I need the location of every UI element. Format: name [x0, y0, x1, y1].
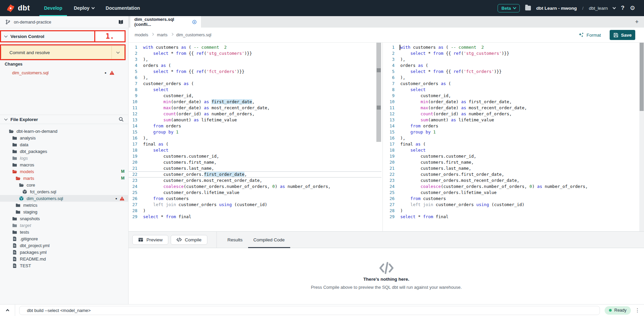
- code-line[interactable]: 15 group by 1: [384, 129, 639, 135]
- tree-item-tests[interactable]: tests: [0, 229, 129, 235]
- tree-item-snapshots[interactable]: snapshots: [0, 215, 129, 222]
- code-line[interactable]: 8 select: [129, 87, 381, 93]
- expand-console-button[interactable]: [0, 309, 15, 312]
- code-line[interactable]: 22 customer_orders.first_order_date,: [129, 171, 381, 177]
- tab-compiled-code[interactable]: Compiled Code: [248, 231, 290, 248]
- code-pane-left[interactable]: 1with customers as ( -- comment 22 selec…: [129, 43, 381, 231]
- code-line[interactable]: 12 count(order_id) as number_of_orders,: [129, 111, 381, 117]
- code-line[interactable]: 7customer_orders as (: [129, 81, 381, 87]
- code-line[interactable]: 14 from orders: [384, 123, 639, 129]
- breadcrumb-models[interactable]: models: [135, 33, 148, 37]
- code-line[interactable]: 27 left join customer_orders using (cust…: [384, 202, 639, 208]
- project-name[interactable]: dbt_learn: [589, 6, 608, 11]
- editor-tab-dim-customers[interactable]: dim_customers.sql (confli...: [130, 16, 201, 28]
- tree-item-marts[interactable]: martsM: [0, 175, 129, 182]
- version-control-header[interactable]: Version Control: [0, 30, 126, 42]
- tree-item-metrics[interactable]: metrics: [0, 202, 129, 208]
- book-icon[interactable]: [118, 19, 124, 25]
- code-line[interactable]: 3),: [384, 56, 639, 63]
- code-line[interactable]: 5 select * from {{ ref('fct_orders')}}: [129, 69, 381, 75]
- tree-item-analysis[interactable]: analysis: [0, 134, 129, 141]
- right-pane-scrollbar[interactable]: [639, 43, 644, 231]
- code-line[interactable]: 17final as (: [384, 141, 639, 147]
- code-line[interactable]: 1with customers as ( -- comment 2: [129, 44, 381, 50]
- code-line[interactable]: 29select * from final: [384, 214, 639, 220]
- code-line[interactable]: 6),: [129, 75, 381, 81]
- tree-item-logs[interactable]: logs: [0, 155, 129, 161]
- tree-item-macros[interactable]: macros: [0, 161, 129, 168]
- preview-button[interactable]: Preview: [132, 235, 168, 245]
- code-line[interactable]: 19 customers.customer_id,: [384, 153, 639, 159]
- code-line[interactable]: 29select * from final: [129, 214, 381, 220]
- code-line[interactable]: 16),: [384, 135, 639, 141]
- code-line[interactable]: 6),: [384, 75, 639, 81]
- code-line[interactable]: 25 customer_orders.lifetime_value: [384, 190, 639, 196]
- beta-dropdown[interactable]: Beta: [498, 4, 520, 12]
- changed-file-row[interactable]: dim_customers.sql•: [0, 69, 129, 77]
- code-line[interactable]: 2 select * from {{ ref('stg_customers')}…: [384, 50, 639, 56]
- code-line[interactable]: 11 max(order_date) as most_recent_order_…: [384, 105, 639, 111]
- tree-item-models[interactable]: modelsM: [0, 168, 129, 175]
- code-line[interactable]: 17final as (: [129, 141, 381, 147]
- code-line[interactable]: 7customer_orders as (: [384, 81, 639, 87]
- code-line[interactable]: 24 coalesce(customer_orders.number_of_or…: [384, 184, 639, 190]
- code-line[interactable]: 10 min(order_date) as first_order_date,: [129, 99, 381, 105]
- code-line[interactable]: 18 select: [384, 147, 639, 153]
- tree-item-packages-yml[interactable]: packages.yml: [0, 249, 129, 255]
- help-icon[interactable]: ?: [621, 5, 624, 11]
- chevron-down-icon[interactable]: [613, 6, 616, 9]
- code-line[interactable]: 3),: [129, 56, 381, 63]
- code-line[interactable]: 18 select: [129, 147, 381, 153]
- breadcrumb-file[interactable]: dim_customers.sql: [176, 33, 211, 37]
- breadcrumb-marts[interactable]: marts: [157, 33, 167, 37]
- code-line[interactable]: 21 customers.last_name,: [129, 165, 381, 171]
- code-line[interactable]: 8 select: [384, 87, 639, 93]
- file-explorer-header[interactable]: File Explorer: [0, 115, 129, 124]
- code-line[interactable]: 5 select * from {{ ref('fct_orders')}}: [384, 69, 639, 75]
- code-line[interactable]: 26 from customers: [129, 196, 381, 202]
- code-line[interactable]: 4orders as (: [384, 63, 639, 69]
- code-line[interactable]: 11 max(order_date) as most_recent_order_…: [129, 105, 381, 111]
- tree-item-dbt-learn-on-demand[interactable]: dbt-learn-on-demand: [0, 128, 129, 134]
- code-line[interactable]: 28): [384, 208, 639, 214]
- commit-dropdown-toggle[interactable]: [111, 46, 124, 59]
- command-input[interactable]: dbt build --select <model_name>: [19, 306, 600, 315]
- code-line[interactable]: 12 count(order_id) as number_of_orders,: [384, 111, 639, 117]
- nav-tab-deploy[interactable]: Deploy: [69, 0, 99, 16]
- code-line[interactable]: 10 min(order_date) as first_order_date,: [384, 99, 639, 105]
- gear-icon[interactable]: ⚙: [630, 5, 635, 11]
- kebab-menu-icon[interactable]: ⋮: [635, 309, 640, 312]
- nav-tab-documentation[interactable]: Documentation: [101, 0, 145, 16]
- code-line[interactable]: 21 customers.last_name,: [384, 165, 639, 171]
- tree-item-target[interactable]: target: [0, 222, 129, 229]
- save-button[interactable]: Save: [610, 30, 635, 40]
- code-pane-right[interactable]: 1with customers as ( -- comment 22 selec…: [384, 43, 639, 231]
- code-line[interactable]: 20 customers.first_name,: [129, 159, 381, 165]
- code-line[interactable]: 20 customers.first_name,: [384, 159, 639, 165]
- tree-item-data[interactable]: data: [0, 141, 129, 148]
- code-line[interactable]: 25 customer_orders.lifetime_value: [129, 190, 381, 196]
- tree-item-dbt-project-yml[interactable]: dbt_project.yml: [0, 242, 129, 249]
- tree-item-core[interactable]: core: [0, 182, 129, 188]
- tree-item-readme-md[interactable]: README.md: [0, 255, 129, 262]
- code-line[interactable]: 23 customer_orders.most_recent_order_dat…: [129, 177, 381, 184]
- code-line[interactable]: 24 coalesce(customer_orders.number_of_or…: [129, 184, 381, 190]
- code-line[interactable]: 4orders as (: [129, 63, 381, 69]
- tree-item-dbt-packages[interactable]: dbt_packages: [0, 148, 129, 155]
- code-line[interactable]: 2 select * from {{ ref('stg_customers')}…: [129, 50, 381, 56]
- tab-results[interactable]: Results: [222, 231, 248, 248]
- code-line[interactable]: 19 customers.customer_id,: [129, 153, 381, 159]
- code-line[interactable]: 16),: [129, 135, 381, 141]
- tree-item-staging[interactable]: staging: [0, 208, 129, 215]
- left-pane-scrollbar[interactable]: [376, 43, 381, 142]
- code-line[interactable]: 22 customer_orders.first_order_date,: [384, 171, 639, 177]
- code-line[interactable]: 9 customer_id,: [384, 93, 639, 99]
- tree-item-fct-orders-sql[interactable]: fct_orders.sql: [0, 188, 129, 195]
- compile-button[interactable]: Compile: [171, 235, 207, 245]
- format-button[interactable]: Format: [578, 32, 601, 38]
- code-line[interactable]: 1with customers as ( -- comment 2: [384, 44, 639, 50]
- code-line[interactable]: 27 left join customer_orders using (cust…: [129, 202, 381, 208]
- branch-selector[interactable]: on-demand-practice: [0, 16, 128, 28]
- search-icon[interactable]: [118, 117, 124, 122]
- code-line[interactable]: 28): [129, 208, 381, 214]
